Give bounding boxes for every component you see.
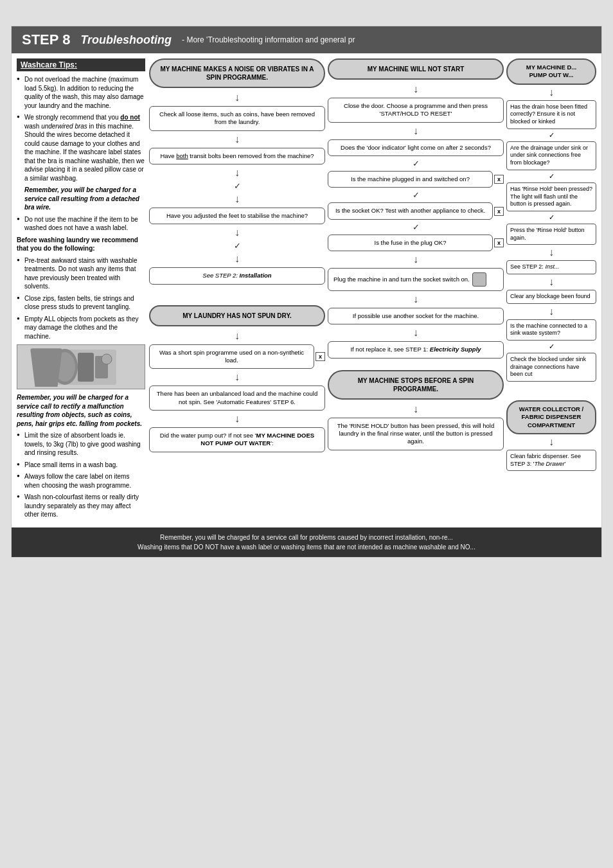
svg-point-2 bbox=[55, 352, 75, 382]
wns-step-4: Is the socket OK? Test with another appl… bbox=[328, 202, 493, 219]
arrow-4: ↓ bbox=[149, 194, 325, 204]
pump-step-6: Clear any blockage been found bbox=[506, 290, 596, 304]
pump-step-7: Is the machine connected to a sink waste… bbox=[506, 319, 596, 341]
arrow-12: ↓ bbox=[328, 254, 504, 265]
washcare-list: Do not overload the machine (maximum loa… bbox=[17, 75, 145, 182]
washcare-tip-6: Empty ALL objects from pockets as they m… bbox=[17, 315, 145, 341]
washcare-tip-9: Always follow the care label on items wh… bbox=[17, 472, 145, 490]
arrow-2: ↓ bbox=[149, 134, 325, 145]
pump-step-2: Are the drainage under sink or under sin… bbox=[506, 141, 596, 170]
pump-step-5: See STEP 2: Inst... bbox=[506, 260, 596, 274]
svg-rect-3 bbox=[78, 353, 94, 382]
arrow-6: ↓ bbox=[149, 254, 325, 264]
washcare-tips-column: Washcare Tips: Do not overload the machi… bbox=[17, 58, 145, 522]
water-collector-bubble: WATER COLLECTOR / FABRIC DISPENSER COMPA… bbox=[506, 400, 596, 434]
step-label: STEP 8 bbox=[22, 31, 70, 48]
water-collector-step-1: Clean fabric dispenser. See STEP 3: 'The… bbox=[506, 450, 596, 471]
pump-out-bubble: MY MACHINE D...PUMP OUT W... bbox=[506, 58, 596, 85]
pump-step-3: Has 'Rinse Hold' been pressed? The light… bbox=[506, 182, 596, 211]
not-spun-step-2: There has been an unbalanced load and th… bbox=[149, 385, 325, 411]
noise-step-1: Check all loose items, such as coins, ha… bbox=[149, 106, 325, 131]
wns-step-8: If not replace it, see STEP 1: Electrici… bbox=[328, 341, 504, 358]
footer-line-1: Remember, you will be charged for a serv… bbox=[19, 533, 594, 542]
arrow-17: ↓ bbox=[506, 247, 596, 258]
noise-step-2: Have both transit bolts been removed fro… bbox=[149, 148, 325, 164]
x-mark-3: x bbox=[494, 207, 504, 216]
wns-step-3: Is the machine plugged in and switched o… bbox=[328, 171, 493, 188]
arrow-20: ↓ bbox=[506, 437, 596, 447]
washcare-list-2: Do not use the machine if the item to be… bbox=[17, 215, 145, 233]
pump-step-8: Check the blocked under sink drainage co… bbox=[506, 353, 596, 382]
washcare-tip-8: Place small items in a wash bag. bbox=[17, 461, 145, 470]
arrow-13: ↓ bbox=[328, 294, 504, 305]
washcare-heading: Washcare Tips: bbox=[17, 58, 145, 71]
before-washing-heading: Before washing laundry we recommend that… bbox=[17, 236, 145, 253]
page: STEP 8 Troubleshooting - More 'Troublesh… bbox=[11, 26, 602, 558]
bra-warning: Remember, you will be charged for a serv… bbox=[17, 186, 145, 212]
arrow-10: ↓ bbox=[328, 84, 504, 94]
arrow-8: ↓ bbox=[149, 372, 325, 382]
washcare-tip-2: We strongly recommend that you do not wa… bbox=[17, 113, 145, 182]
washcare-tip-4: Pre-treat awkward stains with washable t… bbox=[17, 256, 145, 291]
washcare-tip-7: Limit the size of absorbent loads ie. to… bbox=[17, 431, 145, 457]
socket-icon bbox=[472, 272, 486, 287]
check-7: ✓ bbox=[506, 172, 596, 181]
arrow-15: ↓ bbox=[328, 404, 504, 414]
check-3: ✓ bbox=[328, 159, 504, 168]
check-8: ✓ bbox=[506, 213, 596, 222]
wns-step-6: Plug the machine in and turn the socket … bbox=[328, 268, 504, 291]
flow-col-3: MY MACHINE D...PUMP OUT W... ↓ Has the d… bbox=[506, 58, 596, 522]
arrow-7: ↓ bbox=[149, 331, 325, 341]
body-layout: Washcare Tips: Do not overload the machi… bbox=[12, 53, 601, 527]
check-9: ✓ bbox=[506, 342, 596, 351]
x-mark-4: x bbox=[494, 238, 504, 247]
not-spun-bubble: MY LAUNDRY HAS NOT SPUN DRY. bbox=[149, 305, 325, 326]
flow-col-1: MY MACHINE MAKES A NOISE OR VIBRATES IN … bbox=[149, 58, 325, 522]
arrow-16: ↓ bbox=[506, 87, 596, 98]
wns-step-5-row: Is the fuse in the plug OK? x bbox=[328, 235, 504, 251]
wns-step-3-row: Is the machine plugged in and switched o… bbox=[328, 171, 504, 188]
stops-step-1: The 'RINSE HOLD' button has been pressed… bbox=[328, 418, 504, 450]
arrow-18: ↓ bbox=[506, 277, 596, 287]
header-title: Troubleshooting bbox=[80, 33, 172, 47]
will-not-start-bubble: MY MACHINE WILL NOT START bbox=[328, 58, 504, 80]
washcare-tip-3: Do not use the machine if the item to be… bbox=[17, 215, 145, 233]
footer-line-2: Washing items that DO NOT have a wash la… bbox=[19, 542, 594, 552]
svg-point-5 bbox=[102, 354, 112, 364]
stops-before-spin-bubble: MY MACHINE STOPS BEFORE A SPIN PROGRAMME… bbox=[328, 370, 504, 400]
arrow-11: ↓ bbox=[328, 126, 504, 136]
not-spun-step-1-row: Was a short spin programme used on a non… bbox=[149, 344, 325, 369]
flow-charts: MY MACHINE MAKES A NOISE OR VIBRATES IN … bbox=[149, 58, 596, 522]
wns-step-7: If possible use another socket for the m… bbox=[328, 308, 504, 324]
not-spun-step-3: Did the water pump out? If not see 'MY M… bbox=[149, 427, 325, 452]
check-6: ✓ bbox=[506, 131, 596, 139]
arrow-14: ↓ bbox=[328, 328, 504, 338]
footer: Remember, you will be charged for a serv… bbox=[12, 527, 601, 557]
noise-step-4: See STEP 2: Installation bbox=[149, 267, 325, 284]
wns-step-5: Is the fuse in the plug OK? bbox=[328, 235, 493, 251]
pump-step-4: Press the 'Rinse Hold' button again. bbox=[506, 224, 596, 245]
washcare-list-3: Pre-treat awkward stains with washable t… bbox=[17, 256, 145, 341]
arrow-9: ↓ bbox=[149, 414, 325, 424]
x-mark-1: x bbox=[315, 352, 325, 361]
check-1: ✓ bbox=[149, 181, 325, 191]
washcare-list-4: Limit the size of absorbent loads ie. to… bbox=[17, 431, 145, 519]
noise-step-3: Have you adjusted the feet to stabilise … bbox=[149, 208, 325, 224]
arrow-1: ↓ bbox=[149, 93, 325, 103]
pump-step-1: Has the drain hose been fitted correctly… bbox=[506, 100, 596, 129]
header-subtitle: - More 'Troubleshooting information and … bbox=[182, 35, 355, 44]
wns-step-2: Does the 'door indicator' light come on … bbox=[328, 139, 504, 156]
wns-step-4-row: Is the socket OK? Test with another appl… bbox=[328, 202, 504, 219]
flow-col-2: MY MACHINE WILL NOT START ↓ Close the do… bbox=[328, 58, 504, 522]
not-spun-step-1: Was a short spin programme used on a non… bbox=[149, 344, 314, 369]
washcare-tip-5: Close zips, fasten belts, tie strings an… bbox=[17, 294, 145, 312]
washcare-tip-1: Do not overload the machine (maximum loa… bbox=[17, 75, 145, 110]
arrow-3: ↓ bbox=[149, 168, 325, 178]
check-2: ✓ bbox=[149, 241, 325, 251]
check-4: ✓ bbox=[328, 190, 504, 200]
laundry-image bbox=[17, 344, 145, 389]
washcare-tip-10: Wash non-colourfast items or really dirt… bbox=[17, 493, 145, 519]
wns-step-1: Close the door. Choose a programme and t… bbox=[328, 98, 504, 123]
arrow-19: ↓ bbox=[506, 306, 596, 317]
header: STEP 8 Troubleshooting - More 'Troublesh… bbox=[12, 26, 601, 53]
